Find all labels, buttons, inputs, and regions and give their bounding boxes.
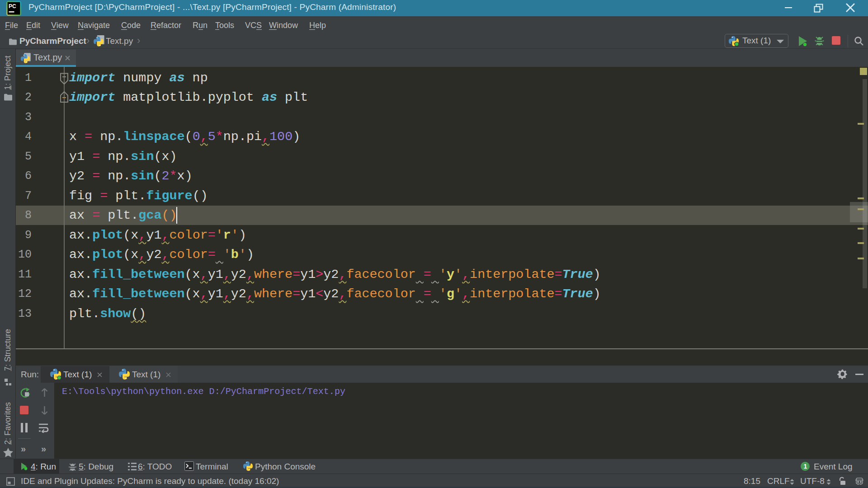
svg-text:1: 1 xyxy=(804,463,807,470)
svg-text:PC: PC xyxy=(9,3,16,9)
